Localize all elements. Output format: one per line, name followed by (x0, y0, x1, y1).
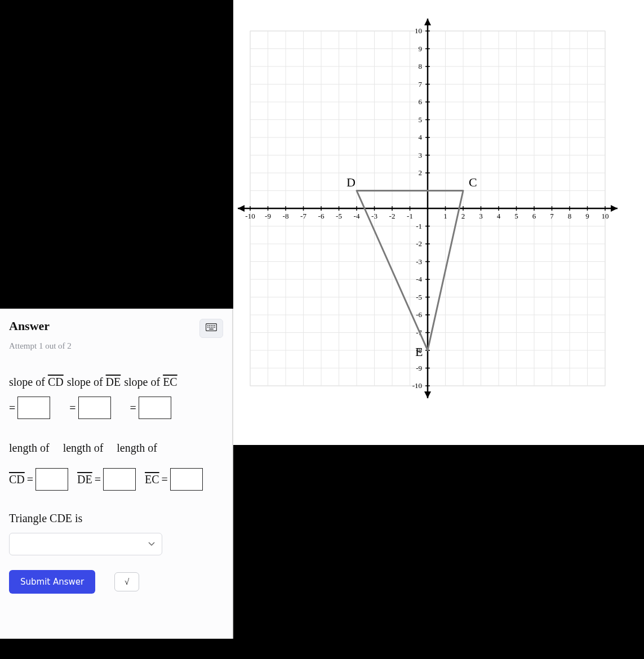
svg-marker-58 (238, 205, 245, 212)
slope-cd-label: slope of CD (9, 376, 64, 389)
svg-text:-9: -9 (265, 212, 271, 220)
svg-point-9 (212, 327, 214, 328)
equals-sign: = (27, 473, 33, 486)
svg-text:-3: -3 (416, 257, 422, 266)
svg-point-10 (214, 327, 215, 328)
slope-ec-input[interactable] (139, 397, 171, 419)
triangle-type-select[interactable] (9, 533, 162, 555)
slope-ec-label: slope of EC (124, 376, 177, 389)
svg-marker-59 (424, 19, 431, 25)
svg-text:2: 2 (461, 212, 465, 220)
segment-cd: CD (9, 473, 25, 486)
length-de-input-group: DE = (77, 468, 136, 491)
svg-point-7 (209, 327, 210, 328)
svg-text:-3: -3 (371, 212, 377, 220)
keyboard-icon (206, 323, 217, 333)
svg-text:-10: -10 (412, 381, 422, 390)
svg-text:-2: -2 (389, 212, 396, 220)
slope-de-input[interactable] (78, 397, 111, 419)
length-de-label: length of (63, 442, 104, 455)
svg-text:7: 7 (419, 80, 423, 88)
svg-text:2: 2 (419, 168, 423, 177)
svg-text:-2: -2 (416, 239, 422, 248)
svg-text:-4: -4 (416, 275, 422, 283)
slope-ec-input-group: = (130, 397, 171, 419)
slope-cd-input-group: = (9, 397, 50, 419)
length-cd-input[interactable] (35, 468, 68, 491)
svg-text:6: 6 (532, 212, 536, 220)
svg-text:-6: -6 (416, 310, 422, 319)
svg-point-2 (209, 325, 210, 326)
slope-cd-input[interactable] (17, 397, 50, 419)
svg-text:-6: -6 (318, 212, 325, 220)
length-de-input[interactable] (103, 468, 136, 491)
svg-point-8 (211, 327, 212, 328)
keypad-button[interactable] (199, 319, 223, 338)
attempt-text: Attempt 1 out of 2 (9, 341, 223, 351)
svg-text:D: D (347, 175, 356, 189)
svg-text:C: C (469, 175, 477, 189)
svg-text:3: 3 (419, 151, 423, 159)
svg-point-6 (207, 327, 208, 328)
svg-marker-57 (611, 205, 618, 212)
equals-sign: = (69, 402, 75, 415)
svg-marker-60 (424, 391, 431, 398)
equals-sign: = (9, 402, 15, 415)
submit-button[interactable]: Submit Answer (9, 570, 95, 594)
slopes-inputs-row: = = = (9, 397, 223, 419)
svg-point-1 (207, 325, 208, 326)
svg-text:-10: -10 (245, 212, 255, 220)
coordinate-plane[interactable]: -10-9-8-7-6-5-4-3-2-112345678910-10-9-8-… (233, 0, 644, 445)
svg-text:10: 10 (415, 26, 422, 35)
svg-point-5 (214, 325, 215, 326)
svg-text:-7: -7 (300, 212, 307, 220)
svg-text:10: 10 (602, 212, 609, 220)
svg-text:-4: -4 (354, 212, 360, 220)
length-cd-input-group: CD = (9, 468, 68, 491)
graph-panel: -10-9-8-7-6-5-4-3-2-112345678910-10-9-8-… (233, 0, 644, 445)
svg-text:4: 4 (419, 133, 423, 141)
segment-ec: EC (145, 473, 159, 486)
bottom-actions: Submit Answer √ (9, 570, 223, 594)
svg-text:-5: -5 (336, 212, 342, 220)
svg-text:1: 1 (443, 212, 447, 220)
svg-text:-8: -8 (283, 212, 289, 220)
svg-text:7: 7 (550, 212, 554, 220)
equals-sign: = (95, 473, 101, 486)
svg-text:-5: -5 (416, 293, 422, 301)
triangle-type-label: Triangle CDE is (9, 512, 223, 525)
answer-header: Answer (9, 319, 223, 338)
svg-text:6: 6 (419, 97, 423, 106)
answer-panel: Answer Attempt 1 out of 2 slope of CD sl… (0, 309, 233, 639)
svg-rect-11 (209, 329, 214, 330)
equals-sign: = (130, 402, 136, 415)
svg-text:-1: -1 (416, 222, 422, 230)
svg-text:9: 9 (419, 44, 423, 53)
segment-de: DE (77, 473, 92, 486)
slope-de-input-group: = (69, 397, 110, 419)
svg-point-4 (212, 325, 214, 326)
lengths-labels-row: length of length of length of (9, 442, 223, 455)
svg-text:4: 4 (497, 212, 501, 220)
svg-text:3: 3 (479, 212, 483, 220)
sqrt-icon: √ (125, 577, 129, 587)
svg-text:E: E (415, 345, 423, 359)
slope-de-label: slope of DE (67, 376, 121, 389)
lengths-inputs-row: CD = DE = EC = (9, 468, 223, 491)
svg-text:9: 9 (585, 212, 589, 220)
svg-point-3 (211, 325, 212, 326)
sqrt-button[interactable]: √ (114, 572, 139, 591)
length-ec-input[interactable] (170, 468, 203, 491)
svg-text:-9: -9 (416, 364, 422, 372)
svg-text:5: 5 (514, 212, 518, 220)
equals-sign: = (162, 473, 168, 486)
length-ec-label: length of (117, 442, 157, 455)
slopes-labels-row: slope of CD slope of DE slope of EC (9, 376, 223, 389)
svg-text:5: 5 (419, 115, 423, 124)
svg-text:-1: -1 (407, 212, 413, 220)
length-cd-label: length of (9, 442, 50, 455)
svg-text:8: 8 (568, 212, 572, 220)
length-ec-input-group: EC = (145, 468, 203, 491)
answer-title: Answer (9, 319, 50, 333)
svg-text:8: 8 (419, 62, 423, 70)
